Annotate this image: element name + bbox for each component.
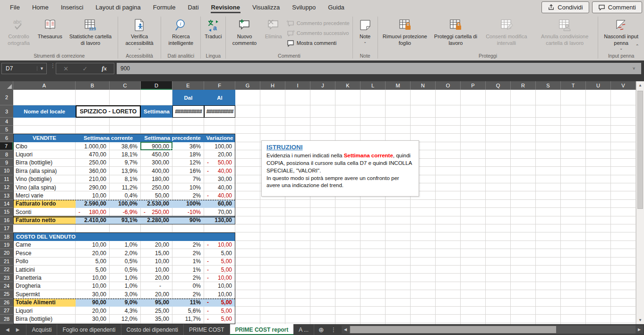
formula-input[interactable]: 900 ˅ — [117, 63, 641, 74]
row-header-7[interactable]: 7 — [0, 142, 13, 150]
cell-F25[interactable]: 10,00 — [204, 290, 235, 298]
cell-B9[interactable]: 250,00 — [76, 159, 110, 167]
cell-D14[interactable]: 2.530,00 — [141, 200, 172, 208]
select-all-button[interactable] — [0, 81, 13, 90]
row-header-17[interactable]: 17 — [0, 224, 13, 232]
cell-F10[interactable]: -40,00 — [204, 167, 235, 175]
column-header-K[interactable]: K — [335, 81, 361, 90]
thesaurus-button[interactable]: Thesaurus — [36, 17, 64, 41]
cell-D7[interactable]: 900,00 — [141, 142, 172, 150]
column-header-I[interactable]: I — [285, 81, 310, 90]
cell-E29[interactable]: 9,9% — [172, 323, 204, 324]
cell-E3[interactable]: ########## — [172, 105, 204, 118]
cell-A6[interactable]: VENDITE — [13, 134, 76, 142]
row-header-15[interactable]: 15 — [0, 208, 13, 216]
cell-F27[interactable]: -5,00 — [204, 307, 235, 315]
smart-lookup-button[interactable]: iRicerca intelligente — [163, 17, 199, 48]
spreadsheet-grid[interactable]: 2345678910111213141516171819202122232425… — [0, 90, 636, 324]
cell-D15[interactable]: -250,00 — [141, 208, 172, 216]
cell-E10[interactable]: 16% — [172, 167, 204, 175]
row-header-11[interactable]: 11 — [0, 175, 13, 183]
row-header-2[interactable]: 2 — [0, 90, 13, 105]
cell-B13[interactable]: 10,00 — [76, 191, 110, 199]
cell-C13[interactable]: 0,4% — [110, 191, 141, 199]
cell-E7[interactable]: 36% — [172, 142, 204, 150]
sheet-tab-foglio-ore-dipendenti[interactable]: Foglio ore dipendenti — [57, 324, 121, 335]
cell-B14[interactable]: 2.590,00 — [76, 200, 110, 208]
cell-F28[interactable]: -5,00 — [204, 315, 235, 323]
scroll-right-icon[interactable]: ▶ — [635, 326, 643, 334]
horizontal-scrollbar[interactable]: ◀ ▶ — [342, 326, 643, 334]
row-header-3[interactable]: 3 — [0, 105, 13, 118]
next-sheet-icon[interactable]: ▶ — [16, 327, 20, 332]
column-header-E[interactable]: E — [172, 81, 204, 90]
cell-B24[interactable]: 10,00 — [76, 282, 110, 290]
row-header-5[interactable]: 5 — [0, 126, 13, 134]
column-header-A[interactable]: A — [13, 81, 76, 90]
row-header-4[interactable]: 4 — [0, 118, 13, 126]
cell-A16[interactable]: Fatturato netto — [13, 216, 76, 224]
row-header-24[interactable]: 24 — [0, 282, 13, 290]
cell-A7[interactable]: Cibo — [13, 142, 76, 150]
cell-E13[interactable]: 2% — [172, 191, 204, 199]
cell-D27[interactable]: 25,00 — [141, 307, 172, 315]
cell-F7[interactable]: 100,00 — [204, 142, 235, 150]
formula-bar-grip-icon[interactable]: ⋮ — [50, 64, 56, 67]
row-header-9[interactable]: 9 — [0, 159, 13, 167]
cell-D19[interactable]: 20,00 — [141, 241, 172, 249]
scroll-up-icon[interactable]: ▲ — [636, 81, 644, 89]
cell-D3[interactable]: Settimana — [141, 105, 172, 118]
row-header-23[interactable]: 23 — [0, 274, 13, 282]
cell-E14[interactable]: 100% — [172, 200, 204, 208]
cell-D8[interactable]: 450,00 — [141, 150, 172, 158]
cell-D11[interactable]: 180,00 — [141, 175, 172, 183]
cell-E15[interactable]: -10% — [172, 208, 204, 216]
cell-B27[interactable]: 20,00 — [76, 307, 110, 315]
scroll-left-icon[interactable]: ◀ — [342, 326, 349, 334]
cell-B8[interactable]: 470,00 — [76, 150, 110, 158]
cell-D20[interactable]: 15,00 — [141, 249, 172, 257]
row-header-28[interactable]: 28 — [0, 315, 13, 323]
cell-F19[interactable]: -10,00 — [204, 241, 235, 249]
cell-D29[interactable]: 35,00 — [141, 323, 172, 324]
cell-F20[interactable]: 5,00 — [204, 249, 235, 257]
cell-D26[interactable]: 95,00 — [141, 299, 172, 307]
cell-D9[interactable]: 300,00 — [141, 159, 172, 167]
row-header-18[interactable]: 18 — [0, 232, 13, 241]
row-header-12[interactable]: 12 — [0, 183, 13, 191]
cell-F3[interactable]: ########## — [204, 105, 235, 118]
cell-C20[interactable]: 2,0% — [110, 249, 141, 257]
cell-E16[interactable]: 90% — [172, 216, 204, 224]
row-header-20[interactable]: 20 — [0, 249, 13, 257]
cell-C11[interactable]: 8,1% — [110, 175, 141, 183]
cell-F2[interactable]: Al — [204, 90, 235, 105]
cell-B21[interactable]: 5,00 — [76, 258, 110, 266]
cell-C25[interactable]: 3,0% — [110, 290, 141, 298]
column-header-M[interactable]: M — [386, 81, 411, 90]
cell-A9[interactable]: Birra (bottiglie) — [13, 159, 76, 167]
cell-C22[interactable]: 0,5% — [110, 266, 141, 274]
cell-F13[interactable]: -40,00 — [204, 191, 235, 199]
protect-workbook-button[interactable]: Proteggi cartella di lavoro — [431, 17, 480, 48]
cell-B12[interactable]: 290,00 — [76, 183, 110, 191]
cell-D16[interactable]: 2.280,00 — [141, 216, 172, 224]
cell-F22[interactable]: -5,00 — [204, 266, 235, 274]
ribbon-tab-layout-di-pagina[interactable]: Layout di pagina — [89, 1, 146, 14]
sheet-tab-prime-cost-report[interactable]: PRIME COST report — [230, 324, 294, 335]
vertical-scrollbar-thumb[interactable] — [637, 91, 643, 209]
cell-B22[interactable]: 5,00 — [76, 266, 110, 274]
column-header-F[interactable]: F — [204, 81, 235, 90]
cell-B19[interactable]: 10,00 — [76, 241, 110, 249]
cell-A15[interactable]: Sconti — [13, 208, 76, 216]
row-header-13[interactable]: 13 — [0, 191, 13, 199]
row-header-25[interactable]: 25 — [0, 290, 13, 298]
cell-C15[interactable]: -6,9% — [110, 208, 141, 216]
ribbon-tab-sviluppo[interactable]: Sviluppo — [286, 1, 322, 14]
cell-B11[interactable]: 210,00 — [76, 175, 110, 183]
name-box[interactable]: D7 ▼ — [1, 63, 47, 74]
show-comments-button[interactable]: Mostra commenti — [287, 39, 350, 47]
cell-A10[interactable]: Birra (alla spina) — [13, 167, 76, 175]
column-header-H[interactable]: H — [260, 81, 285, 90]
cell-C8[interactable]: 18,1% — [110, 150, 141, 158]
ribbon-tab-home[interactable]: Home — [26, 1, 55, 14]
